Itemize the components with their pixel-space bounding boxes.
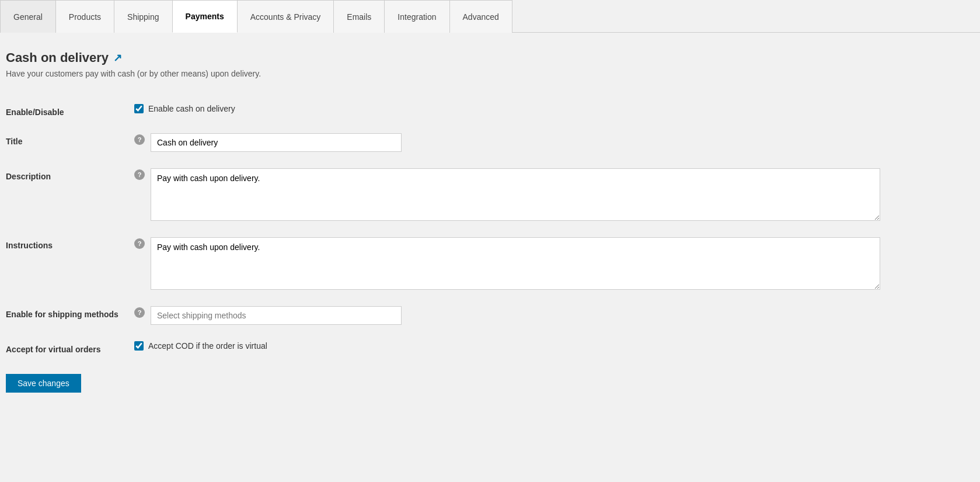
tab-general[interactable]: General [0, 0, 56, 33]
instructions-field-row: ? [134, 237, 962, 290]
enable-checkbox-label[interactable]: Enable cash on delivery [148, 104, 235, 113]
title-input[interactable] [151, 133, 402, 152]
instructions-help-icon[interactable]: ? [134, 238, 145, 249]
virtual-orders-checkbox-label[interactable]: Accept COD if the order is virtual [148, 341, 267, 351]
shipping-methods-input[interactable] [151, 306, 402, 325]
description-label: Description [6, 168, 134, 181]
tab-integration[interactable]: Integration [384, 0, 449, 33]
tab-emails[interactable]: Emails [333, 0, 385, 33]
page-subtitle: Have your customers pay with cash (or by… [6, 69, 962, 78]
tab-payments[interactable]: Payments [172, 0, 238, 33]
description-textarea[interactable] [151, 168, 880, 221]
shipping-methods-field-row: ? [134, 306, 962, 325]
content-area: Cash on delivery ↗ Have your customers p… [0, 33, 980, 482]
virtual-orders-field-row: Accept COD if the order is virtual [134, 341, 962, 351]
page-title: Cash on delivery [6, 50, 109, 65]
enable-disable-field: Enable cash on delivery [134, 104, 962, 113]
tab-accounts-privacy[interactable]: Accounts & Privacy [237, 0, 334, 33]
title-help-icon[interactable]: ? [134, 134, 145, 145]
shipping-methods-label: Enable for shipping methods [6, 306, 134, 319]
save-button[interactable]: Save changes [6, 374, 81, 393]
description-help-icon[interactable]: ? [134, 169, 145, 180]
tab-products[interactable]: Products [55, 0, 114, 33]
shipping-methods-help-icon[interactable]: ? [134, 307, 145, 318]
top-tabs: GeneralProductsShippingPaymentsAccounts … [0, 0, 980, 33]
enable-disable-label: Enable/Disable [6, 104, 134, 117]
title-label: Title [6, 133, 134, 146]
virtual-orders-label: Accept for virtual orders [6, 341, 134, 354]
enable-checkbox[interactable] [134, 104, 144, 113]
description-field-row: ? [134, 168, 962, 221]
tab-shipping[interactable]: Shipping [114, 0, 173, 33]
instructions-textarea[interactable] [151, 237, 880, 290]
page-title-link[interactable]: ↗ [113, 51, 122, 64]
title-field-row: ? [134, 133, 962, 152]
tab-advanced[interactable]: Advanced [449, 0, 512, 33]
virtual-orders-checkbox[interactable] [134, 341, 144, 351]
link-arrow-icon: ↗ [113, 51, 122, 64]
instructions-label: Instructions [6, 237, 134, 250]
